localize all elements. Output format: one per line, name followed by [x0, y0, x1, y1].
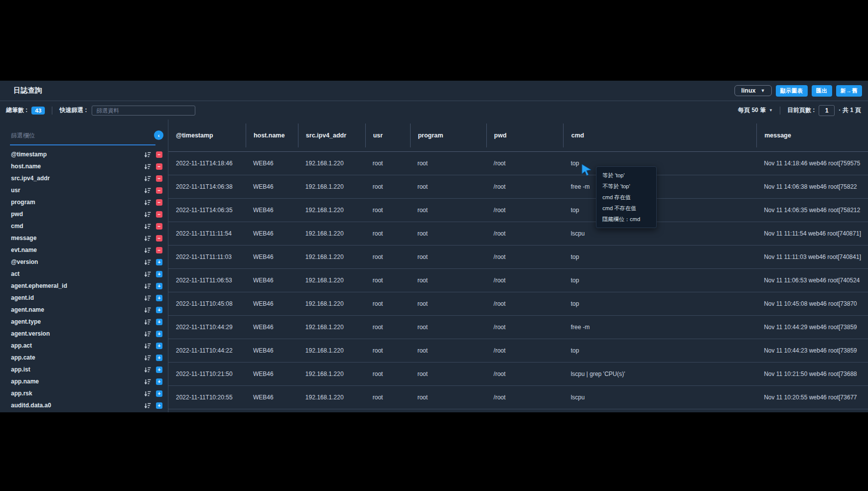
table-cell[interactable]: Nov 11 11:11:03 web46 root[740841] [756, 253, 868, 260]
table-cell[interactable]: Nov 11 10:44:23 web46 root[73859 [756, 347, 868, 354]
add-field-button[interactable]: + [156, 378, 162, 385]
table-cell[interactable]: WEB46 [246, 230, 298, 237]
add-field-button[interactable]: + [156, 295, 162, 301]
table-cell[interactable]: Nov 11 14:06:38 web46 root[75822 [756, 183, 868, 190]
table-row[interactable]: 2022-11-11T10:44:29WEB46192.168.1.220roo… [168, 316, 868, 339]
table-cell[interactable]: root [410, 253, 486, 260]
sort-icon[interactable] [145, 247, 151, 253]
add-field-button[interactable]: + [156, 343, 162, 349]
add-field-button[interactable]: + [156, 367, 162, 373]
remove-field-button[interactable]: − [156, 163, 162, 170]
sort-icon[interactable] [145, 355, 151, 361]
remove-field-button[interactable]: − [156, 187, 162, 194]
sort-icon[interactable] [145, 331, 151, 337]
table-cell[interactable]: root [410, 394, 486, 401]
sort-icon[interactable] [145, 235, 151, 242]
sort-icon[interactable] [145, 211, 151, 218]
table-cell[interactable]: /root [486, 277, 564, 284]
sort-icon[interactable] [145, 319, 151, 325]
table-header-cell[interactable]: program [410, 123, 486, 147]
add-field-button[interactable]: + [156, 402, 162, 409]
table-cell[interactable]: Nov 11 11:06:53 web46 root[740524 [756, 277, 868, 284]
table-cell[interactable]: /root [486, 183, 564, 190]
sort-icon[interactable] [145, 151, 151, 158]
add-field-button[interactable]: + [156, 307, 162, 313]
table-cell[interactable]: root [365, 253, 410, 260]
remove-field-button[interactable]: − [156, 151, 162, 158]
table-row[interactable]: 2022-11-11T10:45:08WEB46192.168.1.220roo… [168, 292, 868, 316]
table-cell[interactable]: /root [486, 230, 564, 237]
table-cell[interactable]: Nov 11 10:44:29 web46 root[73859 [756, 324, 868, 331]
table-cell[interactable]: 192.168.1.220 [298, 253, 365, 260]
add-field-button[interactable]: + [156, 331, 162, 337]
table-cell[interactable]: 192.168.1.220 [298, 277, 365, 284]
table-cell[interactable]: free -m [563, 324, 756, 331]
table-cell[interactable]: root [410, 300, 486, 307]
table-cell[interactable]: 2022-11-11T10:44:29 [168, 324, 246, 331]
quick-filter-input[interactable] [92, 106, 195, 116]
table-cell[interactable]: 192.168.1.220 [298, 230, 365, 237]
table-cell[interactable]: /root [486, 370, 564, 377]
table-cell[interactable]: root [365, 347, 410, 354]
sort-icon[interactable] [145, 223, 151, 230]
context-menu-item[interactable]: cmd 不存在值 [596, 203, 656, 214]
field-search-input[interactable] [10, 126, 155, 145]
table-cell[interactable]: 2022-11-11T10:44:22 [168, 347, 246, 354]
table-cell[interactable]: WEB46 [246, 160, 298, 167]
add-field-button[interactable]: + [156, 355, 162, 361]
remove-field-button[interactable]: − [156, 235, 162, 242]
table-header-cell[interactable]: src.ipv4_addr [298, 123, 365, 147]
table-cell[interactable]: /root [486, 253, 564, 260]
sort-icon[interactable] [145, 259, 151, 265]
table-cell[interactable]: 2022-11-11T14:06:38 [168, 183, 246, 190]
table-cell[interactable]: WEB46 [246, 347, 298, 354]
context-menu-item[interactable]: cmd 存在值 [596, 192, 656, 203]
table-row[interactable]: 2022-11-11T10:44:22WEB46192.168.1.220roo… [168, 339, 868, 363]
table-cell[interactable]: root [410, 207, 486, 214]
table-header-cell[interactable]: message [756, 123, 868, 147]
table-row[interactable]: 2022-11-11T14:06:35WEB46192.168.1.220roo… [168, 199, 868, 222]
table-cell[interactable]: WEB46 [246, 277, 298, 284]
table-cell[interactable]: 2022-11-11T14:18:46 [168, 160, 246, 167]
table-cell[interactable]: WEB46 [246, 253, 298, 260]
sort-icon[interactable] [145, 199, 151, 206]
remove-field-button[interactable]: − [156, 199, 162, 206]
table-cell[interactable]: root [365, 370, 410, 377]
table-cell[interactable]: /root [486, 347, 564, 354]
table-cell[interactable]: Nov 11 14:06:35 web46 root[758212 [756, 207, 868, 214]
context-menu-item[interactable]: 不等於 'top' [596, 181, 656, 192]
sort-icon[interactable] [145, 307, 151, 313]
sort-icon[interactable] [145, 390, 151, 397]
table-cell[interactable]: free -m [563, 183, 756, 190]
table-row[interactable]: 2022-11-11T11:06:53WEB46192.168.1.220roo… [168, 269, 868, 292]
table-row[interactable]: 2022-11-11T10:20:55WEB46192.168.1.220roo… [168, 386, 868, 409]
table-cell[interactable]: 192.168.1.220 [298, 394, 365, 401]
table-cell[interactable]: 2022-11-11T10:45:08 [168, 300, 246, 307]
table-row[interactable]: 2022-11-11T14:18:46WEB46192.168.1.220roo… [168, 152, 868, 175]
sort-icon[interactable] [145, 295, 151, 301]
add-field-button[interactable]: + [156, 283, 162, 289]
sort-icon[interactable] [145, 283, 151, 289]
sort-icon[interactable] [145, 271, 151, 277]
table-cell[interactable]: 192.168.1.220 [298, 347, 365, 354]
table-cell[interactable]: 2022-11-11T10:20:55 [168, 394, 246, 401]
table-cell[interactable]: Nov 11 11:11:54 web46 root[740871] [756, 230, 868, 237]
table-cell[interactable]: 192.168.1.220 [298, 370, 365, 377]
collapse-sidebar-button[interactable]: ‹ [154, 130, 163, 140]
table-cell[interactable]: top [563, 277, 756, 284]
table-cell[interactable]: /root [486, 324, 564, 331]
remove-field-button[interactable]: − [156, 247, 162, 253]
show-chart-button[interactable]: 顯示圖表 [776, 85, 808, 97]
table-cell[interactable]: lscpu | grep 'CPU(s)' [563, 370, 756, 377]
add-field-button[interactable]: + [156, 259, 162, 265]
remove-field-button[interactable]: − [156, 223, 162, 230]
table-header-cell[interactable]: @timestamp [168, 123, 246, 147]
table-cell[interactable]: top [563, 300, 756, 307]
sort-icon[interactable] [145, 175, 151, 182]
remove-field-button[interactable]: − [156, 175, 162, 182]
remove-field-button[interactable]: − [156, 211, 162, 218]
table-cell[interactable]: root [365, 230, 410, 237]
table-cell[interactable]: 2022-11-11T11:11:54 [168, 230, 246, 237]
table-cell[interactable]: 2022-11-11T14:06:35 [168, 207, 246, 214]
table-header-cell[interactable]: host.name [246, 123, 298, 147]
